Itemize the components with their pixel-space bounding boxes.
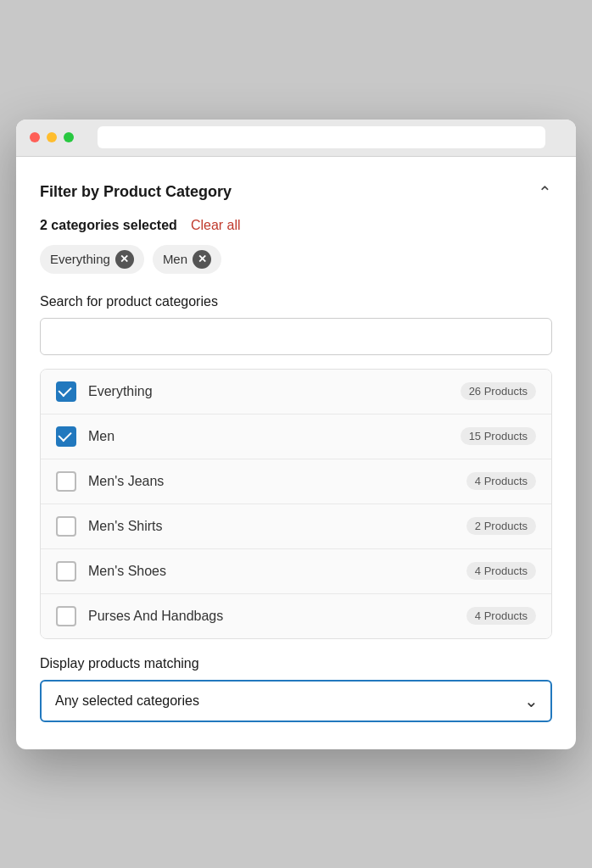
checkbox-everything[interactable] xyxy=(56,381,76,402)
address-bar[interactable] xyxy=(98,126,545,148)
category-label-everything: Everything xyxy=(88,384,449,399)
category-badge-everything: 26 Products xyxy=(461,382,536,400)
category-item-purses-handbags[interactable]: Purses And Handbags 4 Products xyxy=(41,594,551,638)
checkbox-mens-jeans[interactable] xyxy=(56,471,76,492)
category-label-men: Men xyxy=(88,429,449,444)
checkbox-mens-shoes[interactable] xyxy=(56,561,76,581)
title-bar xyxy=(16,120,576,157)
category-item-mens-shirts[interactable]: Men's Shirts 2 Products xyxy=(41,504,551,549)
search-input[interactable] xyxy=(40,318,552,355)
main-window: Filter by Product Category ⌃ 2 categorie… xyxy=(16,120,576,749)
category-badge-men: 15 Products xyxy=(461,427,536,445)
category-badge-mens-shirts: 2 Products xyxy=(466,517,536,535)
selected-count: 2 categories selected xyxy=(40,218,177,233)
close-button[interactable] xyxy=(30,132,40,142)
tag-everything[interactable]: Everything ✕ xyxy=(40,245,144,274)
category-item-everything[interactable]: Everything 26 Products xyxy=(41,370,551,415)
minimize-button[interactable] xyxy=(47,132,57,142)
checkbox-men[interactable] xyxy=(56,426,76,447)
maximize-button[interactable] xyxy=(64,132,74,142)
category-item-men[interactable]: Men 15 Products xyxy=(41,415,551,459)
category-label-mens-shirts: Men's Shirts xyxy=(88,519,455,534)
checkbox-purses-handbags[interactable] xyxy=(56,606,76,626)
tag-men[interactable]: Men ✕ xyxy=(153,245,221,274)
tag-men-remove[interactable]: ✕ xyxy=(193,250,211,269)
category-item-mens-shoes[interactable]: Men's Shoes 4 Products xyxy=(41,549,551,594)
categories-list: Everything 26 Products Men 15 Products M… xyxy=(40,369,552,639)
matching-dropdown[interactable]: Any selected categories All selected cat… xyxy=(40,680,552,722)
category-badge-mens-shoes: 4 Products xyxy=(466,562,536,580)
tag-everything-label: Everything xyxy=(50,252,110,266)
category-badge-purses-handbags: 4 Products xyxy=(466,607,536,625)
filter-panel: Filter by Product Category ⌃ 2 categorie… xyxy=(16,157,576,749)
filter-header: Filter by Product Category ⌃ xyxy=(40,182,552,203)
tag-everything-remove[interactable]: ✕ xyxy=(115,250,134,269)
category-label-mens-shoes: Men's Shoes xyxy=(88,564,455,579)
checkbox-mens-shirts[interactable] xyxy=(56,516,76,537)
selected-tags: Everything ✕ Men ✕ xyxy=(40,245,552,274)
category-label-purses-handbags: Purses And Handbags xyxy=(88,609,455,624)
search-label: Search for product categories xyxy=(40,294,552,309)
category-item-mens-jeans[interactable]: Men's Jeans 4 Products xyxy=(41,459,551,504)
category-badge-mens-jeans: 4 Products xyxy=(466,472,536,490)
clear-all-button[interactable]: Clear all xyxy=(191,218,241,233)
dropdown-wrapper: Any selected categories All selected cat… xyxy=(40,680,552,722)
category-label-mens-jeans: Men's Jeans xyxy=(88,474,455,489)
display-label: Display products matching xyxy=(40,656,552,671)
selected-info: 2 categories selected Clear all xyxy=(40,218,552,233)
filter-title: Filter by Product Category xyxy=(40,183,232,201)
tag-men-label: Men xyxy=(163,252,187,266)
collapse-icon[interactable]: ⌃ xyxy=(538,182,552,203)
display-section: Display products matching Any selected c… xyxy=(40,656,552,722)
